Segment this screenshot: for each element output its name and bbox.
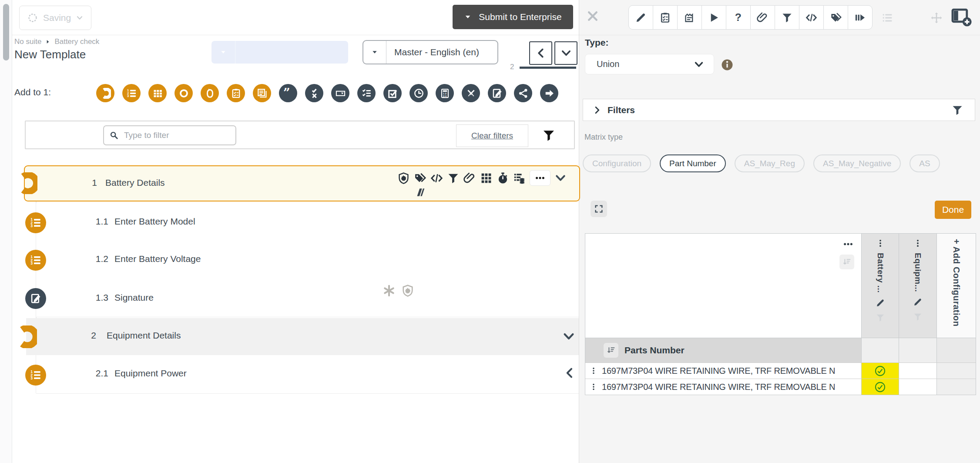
panel-play-button[interactable] (701, 5, 726, 30)
panel-form-note-button[interactable] (677, 5, 702, 30)
edit-note-marker-icon[interactable] (25, 288, 46, 309)
add-pass-fail-button[interactable] (305, 84, 323, 102)
add-configuration-column[interactable]: + Add Configuration (936, 234, 976, 338)
code-icon[interactable] (430, 172, 443, 185)
expand-pages-button[interactable] (554, 41, 577, 65)
breadcrumb-suite[interactable]: No suite (14, 37, 41, 46)
matrix-pill-part-number[interactable]: Part Number (660, 154, 726, 172)
section-marker-icon[interactable] (14, 325, 37, 348)
add-checklist-button[interactable] (357, 84, 376, 102)
edit-column-icon[interactable] (876, 298, 885, 308)
panel-funnel-button[interactable] (775, 5, 799, 30)
paperclip-icon[interactable] (463, 172, 476, 185)
more-actions-button[interactable] (530, 170, 550, 186)
matrix-column-header[interactable]: Battery ... (861, 234, 899, 338)
row-section-battery-details[interactable]: 1 Battery Details (24, 165, 580, 201)
chevron-left-icon[interactable] (564, 367, 576, 379)
prev-page-button[interactable] (529, 41, 552, 65)
funnel-icon[interactable] (447, 172, 460, 185)
clear-filters-button[interactable]: Clear filters (456, 124, 528, 147)
column-menu-icon[interactable] (876, 239, 885, 248)
add-quote-button[interactable]: ” (279, 84, 297, 102)
column-filter-icon[interactable] (913, 312, 923, 322)
add-dropdown-button[interactable] (331, 84, 349, 102)
language-selector-cap[interactable] (363, 41, 386, 64)
panel-skip-forward-button[interactable] (848, 5, 873, 30)
saving-status-button[interactable]: Saving (19, 6, 91, 30)
row-item-enter-battery-model[interactable]: 1.1 Enter Battery Model (36, 203, 580, 241)
tags-icon[interactable] (414, 172, 426, 185)
add-section-button[interactable] (96, 84, 114, 102)
filter-search-input[interactable] (123, 130, 221, 141)
expand-matrix-button[interactable] (591, 201, 607, 217)
matrix-pill-as-may-negative[interactable]: AS_May_Negative (813, 154, 901, 172)
close-panel-icon[interactable] (586, 10, 599, 23)
info-icon[interactable] (721, 58, 734, 71)
matrix-pill-configuration[interactable]: Configuration (583, 154, 651, 172)
add-table-grid-button[interactable] (148, 84, 167, 102)
add-checkbox-button[interactable] (383, 84, 402, 102)
signature-icon[interactable] (414, 186, 426, 198)
add-circle-button[interactable] (175, 84, 193, 102)
panel-pencil-button[interactable] (628, 5, 653, 30)
section-marker-icon[interactable] (16, 172, 37, 194)
breadcrumb-template[interactable]: Battery check (54, 37, 99, 46)
add-arrow-right-button[interactable] (540, 84, 558, 102)
edit-column-icon[interactable] (913, 297, 923, 307)
row-drag-handle-icon[interactable] (590, 383, 597, 391)
collapse-chevron-icon[interactable] (562, 330, 575, 343)
numbered-list-marker-icon[interactable]: 123 (25, 212, 46, 233)
column-menu-icon[interactable] (913, 239, 922, 248)
collapse-chevron-icon[interactable] (554, 172, 567, 184)
panel-question-button[interactable]: ? (726, 5, 751, 30)
part-row[interactable]: 1697M73P04 WIRE RETAINING WIRE, TRF REMO… (585, 379, 861, 395)
sort-button-disabled[interactable] (839, 255, 854, 269)
numbered-list-marker-icon[interactable]: 123 (25, 250, 46, 271)
matrix-column-header[interactable]: Equipm... (899, 234, 936, 338)
add-clipboard-check-button[interactable] (227, 84, 245, 102)
data-list-icon[interactable] (513, 172, 526, 185)
stopwatch-icon[interactable] (497, 172, 509, 185)
numbered-list-marker-icon[interactable]: 123 (25, 365, 46, 386)
sort-parts-button[interactable] (604, 343, 618, 358)
row-item-enter-battery-voltage[interactable]: 1.2 Enter Battery Voltage (36, 241, 580, 280)
battery-config-cell[interactable] (861, 379, 899, 395)
row-section-equipment-details[interactable]: 2 Equipment Details (26, 318, 580, 355)
add-calculator-button[interactable]: 1 23 4 (436, 84, 454, 102)
add-table-column-icon[interactable] (951, 7, 972, 27)
equipment-config-cell[interactable] (899, 362, 936, 379)
column-filter-icon[interactable] (876, 313, 885, 322)
row-item-equipment-power[interactable]: 2.1 Equipment Power (36, 355, 580, 394)
left-scrollbar-thumb[interactable] (3, 4, 9, 60)
matrix-pill-as-may-reg[interactable]: AS_May_Reg (735, 154, 805, 172)
part-number-text: 1697M73P04 WIRE RETAINING WIRE, TRF REMO… (602, 382, 835, 392)
add-loop-button[interactable] (201, 84, 219, 102)
left-scrollbar-track[interactable] (0, 0, 12, 463)
panel-paperclip-button[interactable] (750, 5, 775, 30)
grid-dots-icon[interactable] (480, 172, 493, 185)
submit-to-enterprise-button[interactable]: Submit to Enterprise (453, 5, 573, 29)
add-clock-button[interactable] (409, 84, 428, 102)
panel-tag-button[interactable] (823, 5, 848, 30)
battery-config-cell[interactable] (861, 362, 899, 379)
add-numbered-list-button[interactable]: 123 (122, 84, 141, 102)
row-drag-handle-icon[interactable] (590, 367, 597, 375)
row-item-signature[interactable]: 1.3 Signature (36, 279, 580, 317)
add-crossed-tools-button[interactable] (462, 84, 480, 102)
part-row[interactable]: 1697M73P04 WIRE RETAINING WIRE, TRF REMO… (585, 362, 861, 379)
add-edit-note-button[interactable] (488, 84, 506, 102)
table-menu-icon[interactable] (843, 239, 853, 249)
parts-number-label: Parts Number (624, 345, 685, 356)
filter-funnel-icon[interactable] (542, 128, 556, 142)
type-dropdown[interactable]: Union (585, 54, 714, 74)
shield-gear-icon[interactable] (397, 172, 410, 185)
add-branch-button[interactable] (514, 84, 532, 102)
panel-code-button[interactable] (799, 5, 824, 30)
add-media-button[interactable] (253, 84, 271, 102)
filters-accordion[interactable]: Filters (583, 99, 975, 121)
panel-clipboard-check-button[interactable] (653, 5, 678, 30)
language-selector[interactable]: Master - English (en) (362, 40, 498, 64)
matrix-pill-as[interactable]: AS (910, 154, 940, 172)
equipment-config-cell[interactable] (899, 379, 936, 395)
done-button[interactable]: Done (935, 201, 971, 219)
